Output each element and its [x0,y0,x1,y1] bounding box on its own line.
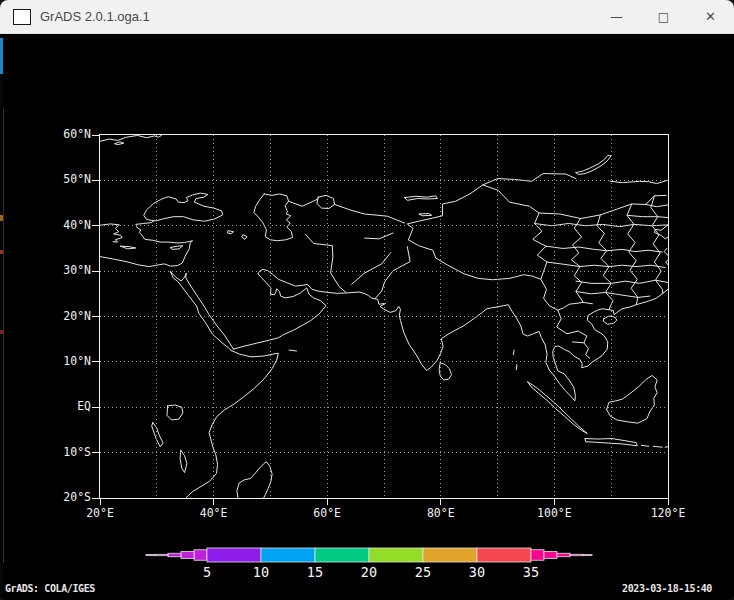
y-axis-tick [92,361,99,362]
x-axis-tick-label: 20°E [65,506,135,521]
gridline-horizontal [100,180,668,181]
colorbar-right-arrow-step [557,553,570,557]
colorbar-label: 15 [307,564,323,580]
y-axis-tick [92,271,99,272]
timestamp-text: 2023-03-18-15:40 [622,583,712,594]
colorbar-right-arrow-step [531,550,544,561]
y-axis-tick [92,452,99,453]
x-axis-tick [213,499,214,505]
y-axis-tick-label: 50°N [11,172,91,187]
sliver-blue-fragment [0,38,3,74]
y-axis-tick [92,498,99,499]
colorbar-label: 30 [469,564,485,580]
window-title: GrADS 2.0.1.oga.1 [40,9,150,24]
y-axis-tick [92,225,99,226]
colorbar-left-arrow-step [181,552,194,559]
colorbar-segment [423,548,477,562]
y-axis-tick [92,135,99,136]
x-axis-tick [668,499,669,505]
x-axis-tick [440,499,441,505]
app-icon [13,9,31,25]
gridline-horizontal [100,361,668,362]
colorbar-left-arrow-step [194,550,207,561]
x-axis-tick-label: 40°E [179,506,249,521]
gridline-horizontal [100,225,668,226]
grads-window: GrADS 2.0.1.oga.1 — □ ✕ [0,0,734,600]
x-axis-tick-label: 100°E [519,506,589,521]
y-axis-tick-label: 10°N [11,354,91,369]
colorbar: 5101520253035 [140,541,600,581]
colorbar-label: 5 [203,564,211,580]
colorbar-segment [477,548,531,562]
gridline-horizontal [100,271,668,272]
y-axis-tick [92,407,99,408]
colorbar-segment [369,548,423,562]
y-axis-tick-label: EQ [11,399,91,414]
close-button[interactable]: ✕ [687,0,734,33]
colorbar-right-arrow-step [570,554,583,555]
y-axis-tick [92,180,99,181]
y-axis-tick-label: 10°S [11,445,91,460]
y-axis-tick-label: 20°S [11,490,91,505]
colorbar-segment [315,548,369,562]
colorbar-left-tail [146,555,155,556]
y-axis-tick [92,316,99,317]
x-axis-tick-label: 60°E [292,506,362,521]
colorbar-left-arrow-step [168,553,181,557]
colorbar-label: 10 [253,564,269,580]
y-axis-tick-label: 30°N [11,263,91,278]
colorbar-segment [207,548,261,562]
x-axis-tick-label: 80°E [406,506,476,521]
window-left-border [3,108,4,563]
x-axis-tick [554,499,555,505]
grads-credit-text: GrADS: COLA/IGES [5,583,95,594]
minimize-button[interactable]: — [593,0,640,33]
colorbar-segment [261,548,315,562]
colorbar-label: 25 [415,564,431,580]
gridline-horizontal [100,407,668,408]
maximize-button[interactable]: □ [640,0,687,33]
colorbar-label: 35 [523,564,539,580]
x-axis-tick [100,499,101,505]
titlebar[interactable]: GrADS 2.0.1.oga.1 — □ ✕ [0,0,734,34]
gridline-horizontal [100,316,668,317]
x-axis-tick [327,499,328,505]
colorbar-right-tail [583,555,592,556]
colorbar-right-arrow-step [544,552,557,559]
y-axis-tick-label: 20°N [11,309,91,324]
window-controls: — □ ✕ [593,0,734,33]
gridline-horizontal [100,452,668,453]
y-axis-tick-label: 40°N [11,218,91,233]
y-axis-tick-label: 60°N [11,127,91,142]
colorbar-label: 20 [361,564,377,580]
x-axis-tick-label: 120°E [633,506,703,521]
colorbar-left-arrow-step [155,554,168,555]
